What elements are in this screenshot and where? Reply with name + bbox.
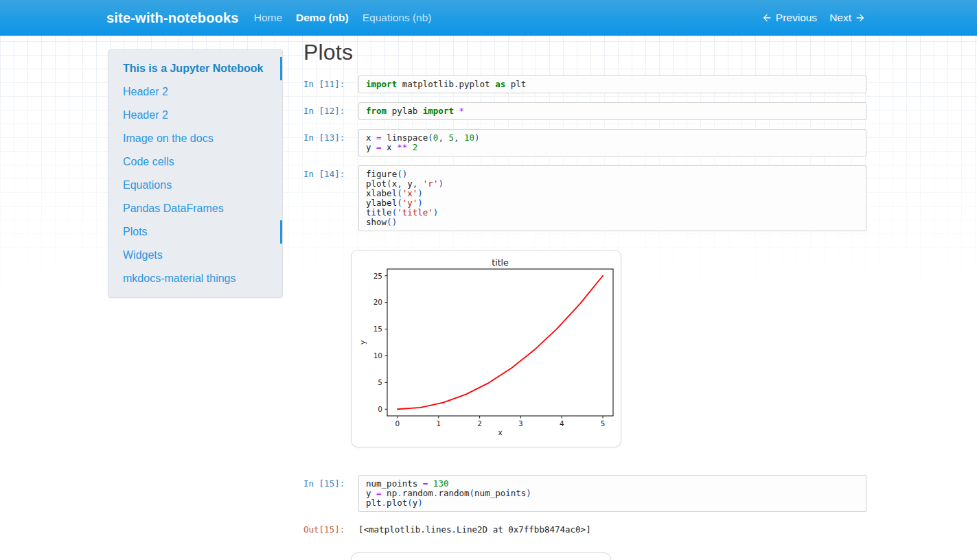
sidebar-item-header-2[interactable]: Header 2 [108,80,282,104]
code-token: 5 [448,132,454,143]
code-token: 2 [413,142,418,152]
cell-output-text: [<matplotlib.lines.Line2D at 0x7ffbb8474… [358,521,591,535]
code-input-area: figure()plot(x, y, 'r')xlabel('x')ylabel… [358,165,866,231]
chart-text: 4 [560,419,564,428]
code-cell-11: In [11]:import matplotlib.pyplot as plt [303,75,866,93]
sidebar-item-pandas-dataframes[interactable]: Pandas DataFrames [108,197,282,220]
code-token: 130 [433,478,449,489]
input-prompt: In [13]: [303,129,358,156]
code-block: import matplotlib.pyplot as plt [366,80,859,89]
code-token: ( [397,188,402,198]
code-token: () [397,169,407,179]
chart-text: 0 [395,419,400,428]
nav-item-equations-nb[interactable]: Equations (nb) [363,12,432,24]
arrow-right-icon [855,12,866,23]
chart-text: 10 [373,351,382,360]
matplotlib-figure-card-partial [351,552,611,560]
arrow-left-icon [761,12,772,23]
sidebar-item-this-is-a-jupyter-notebook[interactable]: This is a Jupyter Notebook [108,57,282,80]
code-token: = [376,132,382,143]
code-line: import matplotlib.pyplot as plt [366,80,859,89]
code-token: random [438,488,469,498]
main-nav: HomeDemo (nb)Equations (nb) [254,12,432,24]
chart-text: 20 [373,298,382,306]
next-button[interactable]: Next [829,12,866,24]
code-line: ylabel('y') [366,198,859,208]
code-token: num_points [474,488,526,498]
code-token: 10 [464,132,474,143]
code-input-area: num_points = 130y = np.random.random(num… [358,475,866,512]
code-token: ) [474,132,480,143]
code-token: import [366,79,397,89]
code-cell-12: In [12]:from pylab import * [303,102,866,120]
input-prompt: In [15]: [303,475,358,512]
code-token: np [382,488,398,498]
nav-item-home[interactable]: Home [254,12,282,24]
code-token [407,142,413,152]
input-prompt: In [12]: [303,102,358,120]
code-block: from pylab import * [366,106,859,116]
code-input-area: x = linspace(0, 5, 10)y = x ** 2 [358,129,866,156]
code-token: xlabel [366,188,397,198]
code-token: () [387,217,397,227]
code-line: y = x ** 2 [366,143,859,152]
code-token: ) [417,498,423,508]
previous-button[interactable]: Previous [761,12,817,24]
sidebar-item-code-cells[interactable]: Code cells [108,150,282,174]
notebook-content: Plots In [11]:import matplotlib.pyplot a… [303,36,866,560]
chart-text: 5 [378,378,382,386]
code-token: title [366,207,392,218]
nav-item-demo-nb[interactable]: Demo (nb) [296,12,349,24]
sidebar-item-widgets[interactable]: Widgets [108,244,282,267]
code-line: x = linspace(0, 5, 10) [366,133,859,143]
code-cell-13: In [13]:x = linspace(0, 5, 10)y = x ** 2 [303,129,866,156]
output-cell: Out[15]:[<matplotlib.lines.Line2D at 0x7… [303,521,866,535]
code-token: ** [397,142,407,152]
code-token: ) [526,488,531,498]
code-block: figure()plot(x, y, 'r')xlabel('x')ylabel… [366,170,859,227]
code-token: import [423,106,454,116]
sidebar-item-mkdocs-material-things[interactable]: mkdocs-material things [108,267,282,290]
plot-frame [387,269,613,416]
code-token: ylabel [366,198,397,208]
code-token: x [366,132,376,143]
sidebar-item-equations[interactable]: Equations [108,174,282,197]
code-token: ) [417,198,423,208]
next-label: Next [829,12,851,24]
code-token: from [366,106,387,116]
code-token: plot [366,178,387,189]
input-prompt: In [14]: [303,165,358,231]
code-token: = [376,488,382,498]
toc-list: This is a Jupyter NotebookHeader 2Header… [108,57,282,290]
sidebar-item-header-2[interactable]: Header 2 [108,104,282,127]
site-brand[interactable]: site-with-notebooks [106,10,239,26]
code-token: , [454,132,459,143]
code-token: ( [470,488,475,498]
previous-label: Previous [776,12,817,24]
sidebar-item-plots[interactable]: Plots [108,220,282,244]
code-cell-14: In [14]:figure()plot(x, y, 'r')xlabel('x… [303,165,866,231]
code-token: ) [433,207,439,218]
code-token: y [366,142,376,152]
code-token: y [366,488,376,498]
code-token [417,178,423,189]
y-axis-label: y [358,340,367,345]
code-token: * [459,106,464,116]
pager-nav: Previous Next [761,12,866,24]
chart-text: 25 [373,272,382,280]
code-token: as [495,79,505,89]
input-prompt: In [11]: [303,75,358,93]
code-line: y = np.random.random(num_points) [366,489,859,498]
code-token: ( [407,498,413,508]
chart-text: 0 [378,405,382,413]
toc-sidebar: This is a Jupyter NotebookHeader 2Header… [108,49,283,298]
code-token: pylab [387,106,423,116]
code-token: 'y' [402,198,418,208]
sidebar-item-image-on-the-docs[interactable]: Image on the docs [108,127,282,150]
code-token: plot [387,498,407,508]
code-token: plt [366,498,382,508]
code-input-area: from pylab import * [358,102,866,120]
chart-text: 1 [436,419,441,428]
code-line: from pylab import * [366,106,859,116]
code-token: 'title' [397,207,433,218]
